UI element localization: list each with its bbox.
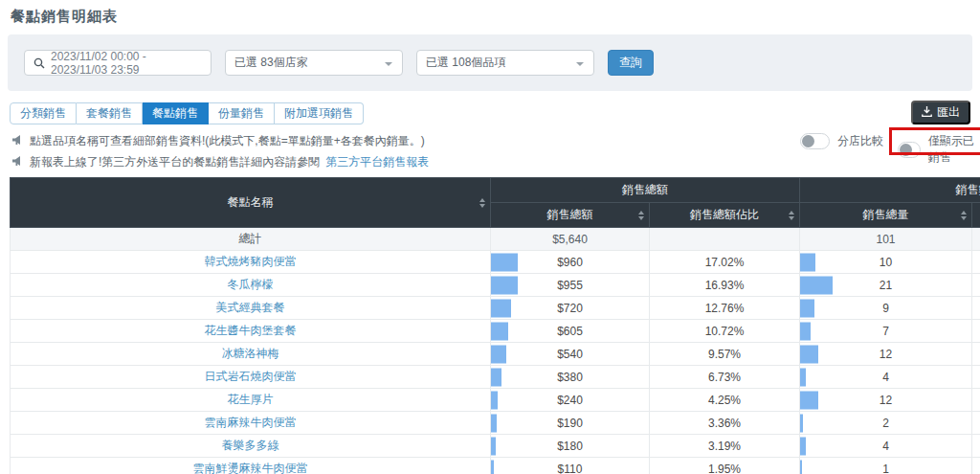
branch-compare-toggle-group: 分店比較 [800,133,883,149]
branch-compare-toggle[interactable] [800,133,830,149]
qty-value: 1 [882,463,889,474]
item-name-link[interactable]: 韓式燒烤豬肉便當 [205,255,297,268]
tab-1[interactable]: 套餐銷售 [77,102,143,124]
branch-compare-label: 分店比較 [837,133,883,149]
col-header-amount[interactable]: 銷售總額 [491,203,650,228]
amount-value: $380 [557,371,583,384]
ratio-value: 17.02% [705,256,745,269]
ratio-value: 6.73% [708,371,741,384]
ratio-value: 3.19% [708,440,741,453]
qty-bar [800,345,818,363]
ratio-value: 10.72% [705,325,745,338]
table-body: 總計 $5,640 101 韓式燒烤豬肉便當 $960 17.02% 10 冬瓜… [11,228,980,474]
tab-3[interactable]: 份量銷售 [209,102,275,124]
qty-bar [800,276,833,294]
amount-value: $960 [557,256,583,269]
qty-bar [800,368,806,386]
group-header-sales-amount: 銷售總額 [491,178,800,203]
qty-value: 7 [882,325,889,338]
item-name-link[interactable]: 冬瓜檸檬 [228,278,274,291]
ratio-value: 4.25% [708,394,741,407]
total-amount: $5,640 [491,228,650,251]
amount-bar [491,345,506,363]
tab-2[interactable]: 餐點銷售 [143,102,209,124]
amount-bar [491,253,518,271]
report-tabs: 分類銷售 套餐銷售 餐點銷售 份量銷售 附加選項銷售 [10,102,364,124]
download-icon [922,106,932,120]
notice-text: 點選品項名稱可查看細部銷售資料!(此模式下,餐點=單點銷量+各套餐內銷量。) [30,133,425,149]
qty-bar [800,322,811,340]
search-icon [33,57,45,69]
qty-value: 12 [880,394,892,407]
header-label: 銷售總額佔比 [690,208,759,221]
total-qty: 101 [800,228,972,251]
table-row: 美式經典套餐 $720 12.76% 9 [11,297,980,320]
amount-value: $540 [557,348,583,361]
sort-icon[interactable] [638,211,644,220]
qty-bar [800,253,815,271]
qty-value: 4 [882,371,889,384]
megaphone-icon [11,134,24,148]
qty-bar [800,299,814,317]
item-name-link[interactable]: 日式岩石燒肉便當 [205,370,297,383]
store-select-value: 已選 83個店家 [234,55,308,71]
chevron-down-icon [385,62,392,66]
table-row: 花生醬牛肉堡套餐 $605 10.72% 7 [11,320,980,343]
notice-text: 新報表上線了!第三方外送平台的餐點銷售詳細內容請參閱 [30,154,320,170]
item-name-link[interactable]: 雲南鮮燙麻辣牛肉便當 [193,462,308,474]
tab-0[interactable]: 分類銷售 [10,102,77,124]
amount-bar [491,437,496,455]
item-select[interactable]: 已選 108個品項 [416,50,594,76]
amount-bar [491,276,518,294]
table-row: 雲南麻辣牛肉便當 $190 3.36% 2 [11,412,980,435]
store-select[interactable]: 已選 83個店家 [225,50,403,76]
query-button[interactable]: 查詢 [608,50,654,76]
total-ratio [650,228,800,251]
item-select-value: 已選 108個品項 [426,55,505,71]
item-name-link[interactable]: 養樂多多綠 [222,439,279,452]
col-header-total-qty[interactable]: 銷售總量 [800,203,972,228]
date-range-input[interactable]: 2023/11/02 00:00 - 2023/11/03 23:59 [24,50,212,76]
item-name-link[interactable]: 花生厚片 [228,393,274,406]
ratio-value: 1.95% [708,463,741,474]
date-range-value: 2023/11/02 00:00 - 2023/11/03 23:59 [51,50,202,77]
table-row: 韓式燒烤豬肉便當 $960 17.02% 10 [11,251,980,274]
item-name-link[interactable]: 雲南麻辣牛肉便當 [205,416,297,429]
toggle-knob [900,144,912,156]
header-label: 銷售總量 [863,208,909,221]
qty-bar [800,414,803,432]
sort-icon[interactable] [961,211,967,220]
notice-item-detail: 點選品項名稱可查看細部銷售資料!(此模式下,餐點=單點銷量+各套餐內銷量。) [11,133,425,149]
amount-value: $605 [557,325,583,338]
sort-icon[interactable] [479,198,485,208]
amount-bar [491,414,497,432]
table-row: 雲南鮮燙麻辣牛肉便當 $110 1.95% 1 [11,458,980,474]
sales-table: 餐點名稱 銷售總額 銷售數量 銷售總額 銷售總額佔比 銷售總量 總計 [10,177,980,474]
amount-value: $180 [557,440,583,453]
col-header-item-name[interactable]: 餐點名稱 [11,178,491,228]
table-row: 養樂多多綠 $180 3.19% 4 [11,435,980,458]
ratio-value: 16.93% [705,279,745,292]
toggle-knob [802,135,814,147]
amount-bar [491,391,498,409]
notice-new-report: 新報表上線了!第三方外送平台的餐點銷售詳細內容請參閱第三方平台銷售報表 [11,154,429,170]
qty-value: 2 [882,417,889,430]
item-name-link[interactable]: 冰糖洛神梅 [222,347,279,360]
qty-bar [800,460,802,474]
ratio-value: 9.57% [708,348,741,361]
filter-panel: 2023/11/02 00:00 - 2023/11/03 23:59 已選 8… [8,34,972,91]
amount-value: $955 [557,279,583,292]
tab-4[interactable]: 附加選項銷售 [275,102,364,124]
qty-value: 4 [882,440,889,453]
header-group-row: 餐點名稱 銷售總額 銷售數量 [11,178,980,203]
qty-bar [800,437,806,455]
third-party-report-link[interactable]: 第三方平台銷售報表 [325,154,429,170]
item-name-link[interactable]: 美式經典套餐 [216,301,285,314]
amount-bar [491,368,501,386]
amount-value: $720 [557,302,583,315]
export-button[interactable]: 匯出 [911,101,970,124]
only-sold-toggle[interactable] [898,142,921,158]
item-name-link[interactable]: 花生醬牛肉堡套餐 [205,324,297,337]
sort-icon[interactable] [789,211,794,220]
col-header-amount-ratio[interactable]: 銷售總額佔比 [650,203,800,228]
